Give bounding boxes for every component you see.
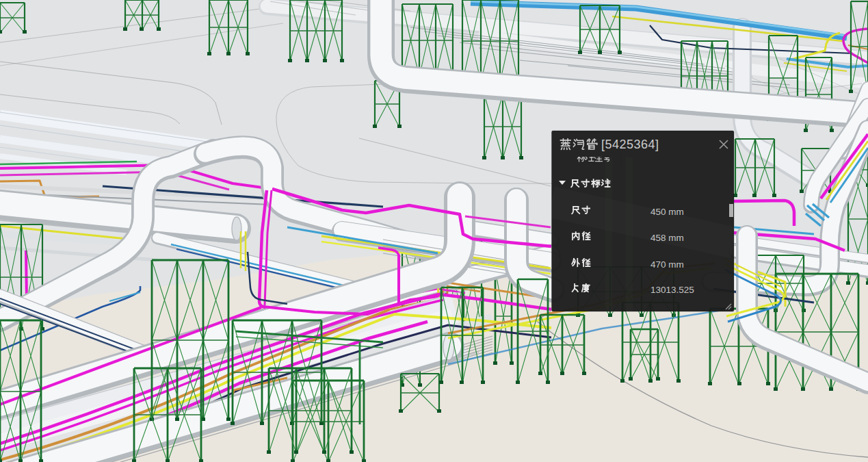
svg-text:470 mm: 470 mm bbox=[650, 259, 684, 270]
svg-text:458 mm: 458 mm bbox=[650, 233, 684, 243]
svg-text:13013.525: 13013.525 bbox=[650, 285, 694, 295]
svg-text:450 mm: 450 mm bbox=[650, 207, 684, 217]
svg-text:[5425364]: [5425364] bbox=[601, 138, 659, 151]
